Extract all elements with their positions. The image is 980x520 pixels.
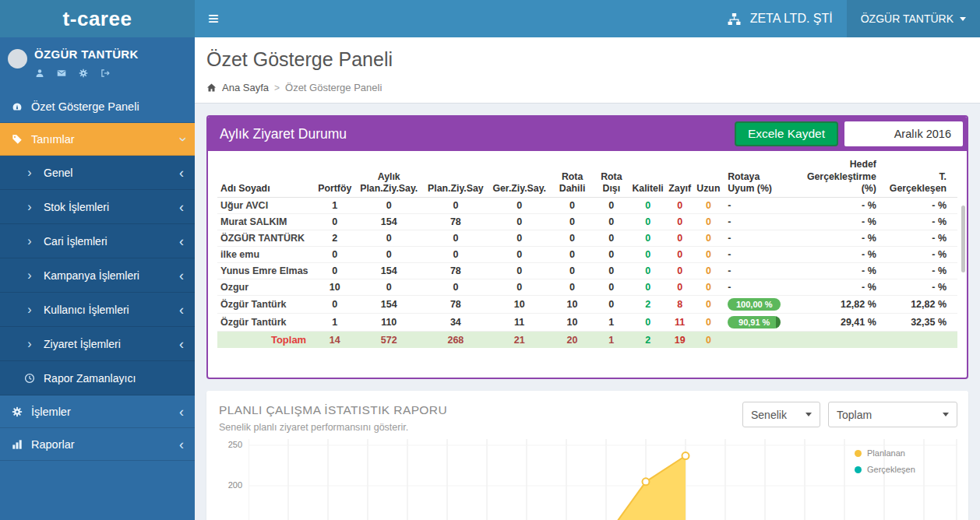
app-logo[interactable]: t-caree (0, 0, 195, 37)
visits-panel-body: Adı SoyadıPortföyAylık Plan.Ziy.Say.Plan… (208, 151, 967, 378)
table-row: Uğur AVCI100000000-- %- % (217, 198, 957, 214)
table-scrollbar[interactable] (961, 206, 965, 272)
column-header: Uzun (694, 157, 724, 198)
chevron-left-icon: ‹ (179, 234, 184, 248)
chevron-left-icon: ‹ (179, 437, 184, 451)
signout-icon[interactable] (100, 69, 110, 78)
sidebar-toggle-button[interactable]: ≡ (195, 0, 232, 37)
sidebar-item-label: İşlemler (31, 406, 71, 418)
sidebar-item-raporlar[interactable]: Raporlar‹ (0, 428, 195, 461)
table-row: Ozgur1000000000-- %- % (217, 279, 957, 296)
legend-item[interactable]: Planlanan (855, 448, 915, 458)
sidebar-item-label: Özet Gösterge Paneli (31, 100, 139, 113)
menu-icon: ≡ (208, 8, 219, 30)
export-excel-button[interactable]: Excele Kaydet (735, 121, 838, 146)
sidebar-item-genel[interactable]: ›Genel‹ (0, 156, 195, 190)
table-row: ÖZGÜR TANTÜRK200000000-- %- % (217, 230, 957, 247)
sitemap-icon[interactable] (728, 12, 741, 26)
chart-area: 250200150100500 PlanlananGerçekleşen (217, 439, 957, 520)
legend-item[interactable]: Gerçekleşen (855, 465, 915, 474)
column-header: T. Gerçekleşen (887, 157, 957, 198)
breadcrumb-item: Özet Gösterge Paneli (285, 82, 382, 93)
table-row: Yunus Emre Elmas015478000000-- %- % (217, 263, 957, 279)
sidebar-item-kampanya-islemleri[interactable]: ›Kampanya İşlemleri‹ (0, 258, 195, 293)
envelope-icon[interactable] (57, 69, 66, 78)
period-picker[interactable]: Aralık 2016 (844, 121, 963, 146)
clock-icon (23, 373, 36, 384)
stats-title: PLANLI ÇALIŞMA İSTATISTIK RAPORU (219, 403, 447, 417)
avatar (8, 49, 27, 69)
chart-plot: PlanlananGerçekleşen (249, 439, 957, 520)
chevron-right-icon: › (23, 235, 36, 248)
sidebar: ÖZGÜR TANTÜRK Özet Gösterge PaneliTanıml… (0, 37, 195, 520)
table-row: Özgür Tantürk01547810100280100,00 %12,82… (217, 296, 957, 314)
metric-select-value: Toplam (837, 409, 872, 421)
gears-icon (11, 406, 23, 417)
chevron-left-icon: ‹ (179, 166, 184, 180)
sidebar-user-info: ÖZGÜR TANTÜRK (34, 47, 139, 78)
uyum-badge: 90,91 % (728, 316, 781, 329)
content-wrapper: Özet Gösterge Paneli Ana Sayfa>Özet Göst… (195, 37, 980, 520)
user-menu-label: ÖZGÜR TANTÜRK (861, 12, 954, 25)
sidebar-item-label: Genel (44, 167, 72, 179)
chart-y-axis: 250200150100500 (217, 439, 249, 520)
chevron-right-icon: › (23, 201, 36, 213)
uyum-badge: 100,00 % (728, 298, 781, 311)
column-header: Zayıf (666, 157, 694, 198)
sidebar-item-stok-islemleri[interactable]: ›Stok İşlemleri‹ (0, 190, 195, 224)
content: Aylık Ziyaret Durumu Excele Kaydet Aralı… (195, 104, 980, 520)
page-title: Özet Gösterge Paneli (206, 48, 968, 71)
column-header: Rota Dışı (593, 157, 629, 198)
metric-select[interactable]: Toplam (828, 402, 957, 427)
navbar-main: ≡ ZETA LTD. ŞTİ ÖZGÜR TANTÜRK (195, 0, 980, 37)
sidebar-item-label: Stok İşlemleri (44, 201, 109, 213)
app-logo-text: t-caree (63, 7, 132, 31)
chevron-left-icon: ‹ (179, 200, 184, 214)
sidebar-item-label: Ziyaret İşlemleri (44, 338, 121, 350)
column-header: Rotaya Uyum (%) (723, 157, 795, 198)
sidebar-item-islemler[interactable]: İşlemler‹ (0, 395, 195, 428)
sidebar-user-name: ÖZGÜR TANTÜRK (34, 47, 139, 61)
column-header: Hedef Gerçekleştirme (%) (795, 157, 887, 198)
table-row: ilke emu000000000-- %- % (217, 247, 957, 263)
y-tick-label: 250 (228, 440, 242, 449)
user-menu-button[interactable]: ÖZGÜR TANTÜRK (847, 0, 980, 37)
sidebar-item-ziyaret-islemleri[interactable]: ›Ziyaret İşlemleri‹ (0, 327, 195, 361)
chevron-left-icon: ‹ (179, 337, 184, 351)
table-total-row: Toplam14572268212012190 (217, 332, 957, 349)
caret-down-icon (806, 413, 812, 416)
stats-chart (249, 439, 957, 520)
breadcrumb-item[interactable]: Ana Sayfa (222, 82, 269, 93)
user-icon[interactable] (35, 69, 44, 78)
sidebar-item-label: Tanımlar (31, 133, 75, 146)
column-header: Kaliteli (629, 157, 665, 198)
sidebar-user-panel: ÖZGÜR TANTÜRK (0, 37, 195, 87)
visits-table-body: Uğur AVCI100000000-- %- %Murat SALKIM015… (217, 198, 957, 349)
column-header: Rota Dahili (552, 157, 593, 198)
gear-icon[interactable] (79, 69, 88, 78)
sidebar-item-label: Raporlar (31, 438, 75, 451)
user-actions (34, 69, 139, 78)
sidebar-item-label: Cari İşlemleri (44, 235, 108, 248)
planned-work-stats-panel: PLANLI ÇALIŞMA İSTATISTIK RAPORU Senelik… (206, 391, 968, 520)
sidebar-item-label: Rapor Zamanlayıcı (44, 372, 136, 385)
sidebar-item-rapor-zamanlayici[interactable]: Rapor Zamanlayıcı (0, 361, 195, 395)
home-icon (206, 83, 217, 93)
table-row: Özgür Tantürk11103411101011090,91 %29,41… (217, 314, 957, 332)
column-header: Ger.Ziy.Say. (488, 157, 552, 198)
breadcrumb-separator: > (274, 83, 280, 93)
sidebar-item-cari-islemleri[interactable]: ›Cari İşlemleri‹ (0, 224, 195, 258)
top-navbar: t-caree ≡ ZETA LTD. ŞTİ ÖZGÜR TANTÜRK (0, 0, 980, 37)
y-tick-label: 200 (228, 480, 242, 490)
period-select[interactable]: Senelik (742, 402, 820, 427)
stats-filters: Senelik Toplam (742, 402, 957, 427)
monthly-visits-panel: Aylık Ziyaret Durumu Excele Kaydet Aralı… (206, 115, 968, 379)
sidebar-item-ozet-gosterge-paneli[interactable]: Özet Gösterge Paneli (0, 90, 195, 123)
caret-down-icon (943, 413, 949, 416)
table-header-row: Adı SoyadıPortföyAylık Plan.Ziy.Say.Plan… (217, 157, 957, 198)
reports-icon (11, 439, 23, 450)
column-header: Plan.Ziy.Say (424, 157, 487, 198)
visits-panel-header: Aylık Ziyaret Durumu Excele Kaydet Aralı… (208, 117, 967, 151)
sidebar-item-kullanici-islemleri[interactable]: ›Kullanıcı İşlemleri‹ (0, 293, 195, 327)
sidebar-item-tanimlar[interactable]: Tanımlar‹ (0, 123, 195, 156)
